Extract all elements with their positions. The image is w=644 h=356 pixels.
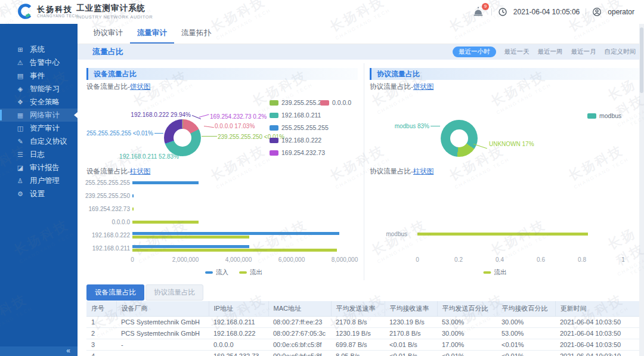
axis-tick: 0: [109, 256, 156, 263]
filter-last-month[interactable]: 最近一月: [571, 48, 596, 56]
bar-category-label: modbus: [318, 231, 407, 237]
legend-label: 流入: [216, 268, 228, 277]
legend-item[interactable]: 0.0.0.0: [320, 99, 351, 106]
sidebar-item-label: 安全策略: [30, 97, 60, 107]
bar-category-label: 0.0.0.0: [41, 219, 130, 225]
sidebar-item-smart-learning[interactable]: ◈智能学习: [0, 82, 78, 95]
protocol-bar-caption-text: 协议流量占比-: [370, 168, 413, 175]
legend-label: 255.255.255.255: [281, 124, 329, 131]
protocol-pie-caption: 协议流量占比-饼状图: [370, 82, 434, 91]
table-cell: 30.00%: [437, 328, 497, 339]
legend-label: 192.168.0.211: [281, 112, 321, 119]
axis-tick: 0.4: [476, 256, 524, 263]
sidebar-item-security-policy[interactable]: ❖安全策略: [0, 95, 78, 109]
legend-item[interactable]: 239.255.255.250: [270, 99, 329, 106]
scrollbar-track: [639, 24, 644, 356]
scrollbar-thumb[interactable]: [640, 27, 643, 93]
legend-item[interactable]: modbus: [587, 112, 621, 119]
header-right: 9 2021-06-04 10:05:06 operator: [472, 0, 634, 24]
sidebar-collapse-button[interactable]: «: [0, 346, 78, 356]
user-icon: [592, 7, 602, 17]
table-cell: <0.01 B/s: [385, 339, 437, 351]
bar-流入: [132, 245, 249, 248]
table-cell: 2021-06-04 10:03:50: [555, 339, 641, 351]
filter-last-week[interactable]: 最近一周: [538, 48, 563, 56]
sidebar-item-logs[interactable]: ☰日志: [0, 148, 78, 161]
legend-swatch: [587, 113, 596, 119]
axis-tick: 2,000,000: [162, 256, 209, 263]
table-cell: PCS Systemtechnik GmbH: [116, 328, 209, 339]
brand-logo: 长扬科技 CHANGYANG TECH: [17, 3, 78, 20]
bar-流入: [132, 181, 199, 184]
bar-legend: 流入流出: [205, 268, 262, 277]
table-body: 1PCS Systemtechnik GmbH192.168.0.21108:0…: [86, 317, 641, 356]
tab-traffic-topology[interactable]: 流量拓扑: [174, 24, 218, 44]
device-bar-chart-link[interactable]: 柱状图: [130, 168, 151, 175]
pie-label: 169.254.232.73 0.2%: [210, 113, 267, 120]
pie-label-line: [431, 126, 440, 126]
axis-tick: 0: [394, 256, 441, 263]
tab-traffic-audit[interactable]: 流量审计: [130, 24, 174, 44]
legend-item[interactable]: 流入: [205, 268, 228, 277]
username[interactable]: operator: [608, 8, 634, 16]
axis-tick: 4,000,000: [215, 256, 262, 263]
protocol-bar-chart-link[interactable]: 柱状图: [413, 168, 434, 175]
pie-label-line: [154, 133, 163, 134]
legend-item[interactable]: 流出: [239, 268, 262, 277]
bar-流出: [132, 208, 134, 210]
table-header-2: IP地址: [209, 301, 268, 317]
table-cell: <0.01%: [437, 351, 497, 356]
protocol-panel-header: 协议流量占比: [370, 68, 641, 80]
table-cell: 2170.8 B/s: [331, 317, 385, 328]
sidebar-item-system[interactable]: ⊞系统: [0, 43, 78, 56]
table-cell: -: [116, 339, 209, 351]
device-bar-caption: 设备流量占比-柱状图: [86, 167, 150, 176]
sidebar-item-network-audit[interactable]: ▦网络审计: [0, 109, 78, 122]
legend-item[interactable]: 流出: [484, 268, 507, 277]
legend-item[interactable]: 192.168.0.222: [270, 137, 321, 144]
protocol-bar-caption: 协议流量占比-柱状图: [370, 167, 434, 176]
sidebar-item-label: 网络审计: [30, 110, 60, 120]
sidebar-item-label: 日志: [30, 150, 45, 160]
pie-chart-device-pie: [164, 119, 201, 156]
security-policy-icon: ❖: [16, 98, 24, 106]
device-panel-header: 设备流量占比: [86, 68, 358, 80]
page-title: 工业监测审计系统 INDUSTRY NETWORK AUDITOR: [76, 4, 153, 20]
table-cell: 699.87 B/s: [331, 339, 385, 351]
section-title: 流量占比: [92, 47, 123, 57]
traffic-table: 序号设备厂商IP地址MAC地址平均发送速率平均接收速率平均发送百分比平均接收百分…: [86, 301, 641, 356]
device-pie-chart-link[interactable]: 饼状图: [130, 83, 151, 90]
legend-item[interactable]: 192.168.0.211: [270, 112, 321, 119]
sidebar: ⊞系统⚠告警中心▤事件◈智能学习❖安全策略▦网络审计◫资产审计✎自定义协议☰日志…: [0, 24, 78, 356]
legend-swatch: [270, 100, 278, 106]
table-cell: 17.00%: [437, 339, 497, 351]
table-cell: 1230.19 B/s: [331, 328, 385, 339]
custom-protocol-icon: ✎: [16, 138, 24, 146]
legend-item[interactable]: 169.254.232.73: [270, 149, 325, 156]
bottom-tab-protocol-traffic[interactable]: 协议流量占比: [145, 284, 203, 301]
bottom-tab-device-traffic[interactable]: 设备流量占比: [86, 284, 144, 301]
sidebar-item-events[interactable]: ▤事件: [0, 69, 78, 82]
nav-tabs: 协议审计流量审计流量拓扑: [78, 24, 644, 44]
sidebar-item-custom-protocol[interactable]: ✎自定义协议: [0, 135, 78, 148]
table-header-row: 序号设备厂商IP地址MAC地址平均发送速率平均接收速率平均发送百分比平均接收百分…: [86, 301, 641, 317]
legend-label: 169.254.232.73: [281, 149, 325, 156]
axis-tick: 0.8: [558, 256, 606, 263]
filter-last-day[interactable]: 最近一天: [504, 48, 530, 56]
filter-custom-time[interactable]: 自定义时间: [605, 48, 636, 56]
table-cell: <0.01 B/s: [385, 351, 437, 356]
alarm-icon[interactable]: 9: [472, 5, 485, 18]
filter-last-hour[interactable]: 最近一小时: [453, 47, 496, 57]
sidebar-item-asset-audit[interactable]: ◫资产审计: [0, 122, 78, 135]
protocol-pie-chart-link[interactable]: 饼状图: [413, 83, 434, 90]
tab-protocol-audit[interactable]: 协议审计: [86, 24, 130, 44]
sidebar-item-audit-report[interactable]: ◪审计报告: [0, 161, 78, 174]
legend-label: 0.0.0.0: [332, 99, 351, 106]
table-cell: 0.0.0.0: [209, 339, 268, 351]
axis-tick: 0.2: [435, 256, 482, 263]
pie-label-line: [204, 126, 214, 128]
sidebar-item-alarm-center[interactable]: ⚠告警中心: [0, 56, 78, 69]
table-row: 2PCS Systemtechnik GmbH192.168.0.22208:0…: [86, 328, 641, 339]
bar-流出: [132, 249, 337, 252]
legend-item[interactable]: 255.255.255.255: [270, 124, 329, 131]
